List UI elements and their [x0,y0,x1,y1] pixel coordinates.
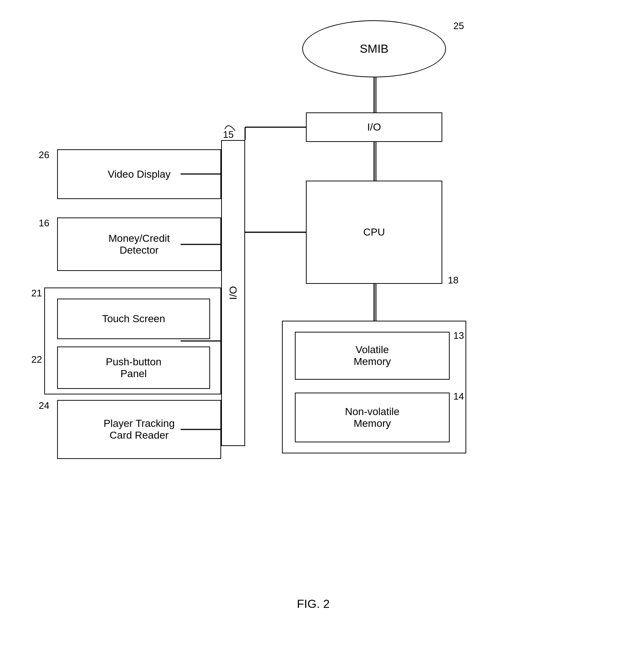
smib-label: SMIB [360,42,388,56]
input-group-ref: 21 [31,288,42,299]
volatile-memory-box: Volatile Memory [295,332,450,380]
smib-node: SMIB [302,20,446,77]
pushbutton-label: Push-button Panel [106,356,161,380]
player-tracking-box: Player Tracking Card Reader [57,400,221,459]
io-top-box: I/O [306,112,442,142]
smib-ref: 25 [453,20,464,32]
nonvolatile-memory-ref: 14 [453,391,464,402]
video-display-box: Video Display [57,149,221,199]
money-credit-box: Money/Credit Detector [57,217,221,271]
video-display-label: Video Display [108,168,171,180]
pushbutton-box: Push-button Panel [57,347,210,389]
money-credit-ref: 16 [39,217,49,229]
nonvolatile-memory-box: Non-volatile Memory [295,393,450,442]
pushbutton-ref: 22 [31,354,42,365]
touch-screen-box: Touch Screen [57,299,210,339]
money-credit-label: Money/Credit Detector [108,233,170,256]
figure-caption: FIG. 2 [240,597,387,611]
io-bus-label: I/O [227,286,239,300]
player-tracking-label: Player Tracking Card Reader [104,418,175,441]
cpu-label: CPU [363,226,385,238]
io-bus-ref: 15 [223,129,234,140]
diagram: SMIB 25 I/O CPU 18 I/O 15 Video Display … [0,0,638,672]
player-tracking-ref: 24 [39,400,49,411]
volatile-memory-label: Volatile Memory [353,344,391,368]
volatile-memory-ref: 13 [453,330,464,341]
cpu-box: CPU [306,181,442,284]
io-top-label: I/O [367,121,381,133]
nonvolatile-memory-label: Non-volatile Memory [345,406,400,429]
cpu-ref: 18 [448,275,459,286]
video-display-ref: 26 [39,149,49,161]
touch-screen-label: Touch Screen [102,313,165,325]
io-bus-bar: I/O [221,140,245,446]
